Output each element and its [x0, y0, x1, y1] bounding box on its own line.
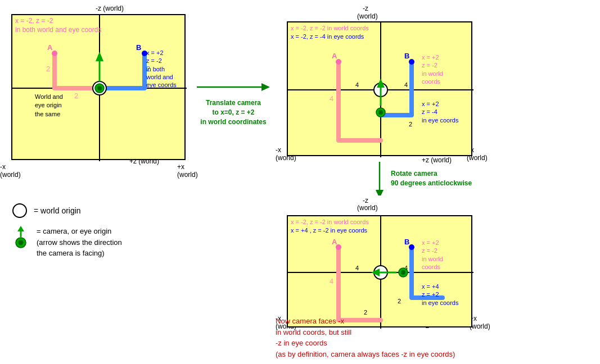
svg-marker-53	[17, 226, 24, 231]
svg-text:A: A	[332, 238, 337, 246]
svg-point-28	[378, 110, 383, 115]
left-diagram-box: 2 2 2 A B x = -2,	[11, 14, 186, 160]
tr-b-world-label: x = +2z = -2in worldcoords	[422, 53, 443, 85]
legend-world-origin: = world origin	[11, 202, 180, 219]
tr-neg-z-label: -z	[363, 4, 368, 12]
br-b-world-label: x = +2z = -2in worldcoords	[422, 239, 443, 271]
svg-text:A: A	[47, 43, 53, 52]
svg-point-46	[401, 270, 405, 275]
svg-text:4: 4	[330, 94, 333, 103]
svg-text:B: B	[404, 52, 409, 60]
translate-arrow-container: Translate camera to x=0, z = +2 in world…	[191, 79, 276, 126]
svg-point-51	[19, 240, 24, 245]
left-diagram-container: -z (world) +z (world) -x(world) +x(world…	[0, 0, 219, 191]
top-right-svg: 4 4 2 4 A B	[288, 22, 473, 157]
legend-camera-origin: = camera, or eye origin (arrow shows the…	[11, 226, 180, 259]
left-neg-z-label: -z (world)	[96, 4, 124, 12]
rotate-label: Rotate camera 90 degrees anticlockwise	[374, 169, 484, 188]
svg-text:4: 4	[404, 81, 408, 88]
br-neg-z-label: -z	[363, 197, 368, 204]
svg-text:2: 2	[46, 65, 50, 73]
left-title-pink: x = -2, z = -2 in both world and eye coo…	[15, 17, 101, 34]
svg-point-24	[409, 59, 414, 65]
tr-b-eye-label: x = +2z = -4in eye coords	[422, 100, 458, 124]
svg-point-42	[409, 244, 414, 250]
svg-text:B: B	[404, 238, 409, 246]
left-b-blue-label: x = +2z = -2in bothworld andeye coords	[146, 49, 177, 89]
bottom-right-box: 4 4 2 2 4 A B	[287, 215, 472, 327]
translate-label: Translate camera to x=0, z = +2 in world…	[191, 98, 276, 126]
svg-point-5	[52, 51, 57, 56]
svg-text:B: B	[136, 43, 141, 52]
left-neg-x-label: -x(world)	[0, 163, 21, 179]
legend-camera-origin-text: = camera, or eye origin (arrow shows the…	[37, 226, 122, 259]
legend-world-origin-label: = world origin	[34, 206, 81, 215]
tr-title: x = -2, z = -2 in world coords x = -2, z…	[291, 24, 369, 42]
legend-container: = world origin = camera, or eye origin (…	[11, 202, 180, 261]
svg-point-49	[13, 204, 26, 217]
svg-text:4: 4	[355, 265, 359, 271]
top-right-box: 4 4 2 4 A B	[287, 21, 472, 156]
br-title: x = -2, z = -2 in world coords x = +4 , …	[291, 218, 369, 235]
left-pos-x-label: +x(world)	[177, 163, 198, 179]
br-neg-z-world-label: (world)	[357, 204, 378, 212]
left-center-label: World andeye originthe same	[35, 93, 63, 119]
svg-point-11	[97, 86, 102, 90]
svg-text:4: 4	[330, 277, 333, 285]
svg-text:4: 4	[355, 81, 359, 88]
rotate-arrow-container: Rotate camera 90 degrees anticlockwise	[371, 162, 484, 188]
svg-marker-13	[96, 52, 103, 61]
translate-arrow-svg	[191, 79, 276, 97]
br-b-eye-label: x = +4z = +2in eye coords	[422, 283, 458, 307]
svg-text:2: 2	[364, 309, 367, 316]
top-right-diagram-container: -z (world) +z (world) -x(world) +x(world…	[276, 0, 500, 174]
svg-text:2: 2	[74, 92, 78, 100]
svg-text:A: A	[332, 52, 337, 60]
tr-neg-z-world-label: (world)	[357, 12, 378, 20]
svg-marker-15	[261, 83, 270, 91]
bottom-note: Now camera faces -x in world coords, but…	[276, 316, 455, 360]
svg-text:2: 2	[398, 298, 401, 304]
svg-text:2: 2	[409, 121, 412, 128]
